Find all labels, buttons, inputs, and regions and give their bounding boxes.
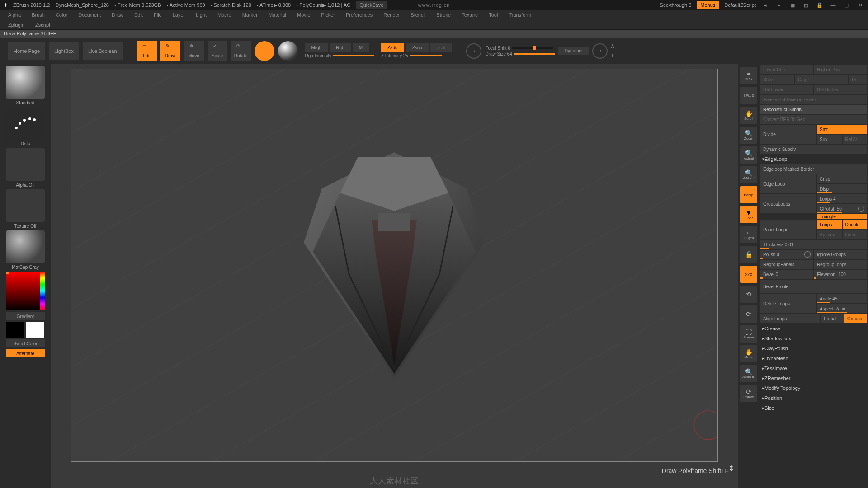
shadowbox-section[interactable]: ShadowBox xyxy=(760,334,867,343)
menu-light[interactable]: Light xyxy=(196,12,207,18)
material-swatch[interactable] xyxy=(6,230,45,263)
menu-file[interactable]: File xyxy=(154,12,162,18)
thickness-slider[interactable]: Thickness 0.01 xyxy=(760,240,867,249)
edgeloop-masked-button[interactable]: Edgeloop Masked Border xyxy=(760,164,867,174)
menus-toggle[interactable]: Menus xyxy=(697,1,719,9)
switchcolor-button[interactable]: SwitchColor xyxy=(6,339,45,347)
rgb-button[interactable]: Rgb xyxy=(330,43,350,52)
move-view-button[interactable]: ✋Move xyxy=(740,345,757,362)
zadd-button[interactable]: Zadd xyxy=(381,43,404,52)
menu-layer[interactable]: Layer xyxy=(173,12,185,18)
crisp-button[interactable]: Crisp xyxy=(817,174,867,183)
menu-movie[interactable]: Movie xyxy=(297,12,310,18)
aspect-ratio-slider[interactable]: Aspect Ratio xyxy=(817,304,867,313)
menu-stencil[interactable]: Stencil xyxy=(410,12,425,18)
bevel-profile[interactable]: Bevel Profile xyxy=(760,280,867,293)
secondary-color[interactable] xyxy=(6,322,24,338)
floor-button[interactable]: ▼Floor xyxy=(740,206,757,223)
d-knob[interactable]: D xyxy=(592,43,608,59)
tessimate-section[interactable]: Tessimate xyxy=(760,364,867,373)
menu-macro[interactable]: Macro xyxy=(217,12,231,18)
bpr-button[interactable]: ●BPR xyxy=(740,67,757,84)
rgb-intensity-slider[interactable]: Rgb Intensity xyxy=(305,53,374,58)
frame-button[interactable]: ⛶Frame xyxy=(740,325,757,343)
loops-slider[interactable]: Loops 4 xyxy=(817,194,867,203)
menu-texture[interactable]: Texture xyxy=(462,12,478,18)
menu-marker[interactable]: Marker xyxy=(242,12,258,18)
home-page-button[interactable]: Home Page xyxy=(8,42,45,60)
reuv-button[interactable]: ReUV xyxy=(843,135,868,144)
zcut-button[interactable]: Zcut xyxy=(430,43,452,52)
menu-transform[interactable]: Transform xyxy=(509,12,531,18)
document-frame[interactable] xyxy=(71,69,718,462)
ignore-groups-button[interactable]: Ignore Groups xyxy=(814,250,867,259)
live-boolean-button[interactable]: Live Boolean xyxy=(83,42,123,60)
regroup-loops-button[interactable]: RegroupLoops xyxy=(814,260,867,269)
del-lower-button[interactable]: Del Lower xyxy=(760,85,813,94)
dynamesh-section[interactable]: DynaMesh xyxy=(760,354,867,363)
bevel-slider[interactable]: Bevel 0 xyxy=(760,270,813,279)
maximize-icon[interactable]: ▢ xyxy=(843,1,851,9)
default-zscript[interactable]: DefaultZScript xyxy=(724,2,756,8)
lightbox-button[interactable]: LightBox xyxy=(49,42,79,60)
menu-color[interactable]: Color xyxy=(56,12,67,18)
append-button[interactable]: Append xyxy=(817,230,842,239)
elevation-slider[interactable]: Elevation -100 xyxy=(814,270,867,279)
canvas-area[interactable]: Draw Polyframe Shift+F 人人素材社区 ⇕ xyxy=(51,64,738,488)
angle-slider[interactable]: Angle 45 xyxy=(817,294,867,303)
arrow-right-icon[interactable]: ▸ xyxy=(775,1,783,9)
modify-topology-section[interactable]: Modify Topology xyxy=(760,384,867,393)
dynamic-subdiv-button[interactable]: Dynamic Subdiv xyxy=(760,145,867,154)
brush-swatch[interactable] xyxy=(6,66,45,99)
delete-loops-button[interactable]: Delete Loops xyxy=(760,294,816,313)
zoom3d-button[interactable]: 🔍Zoom3D xyxy=(740,365,757,382)
y-button[interactable]: ⟲ xyxy=(740,286,757,303)
crease-section[interactable]: Crease xyxy=(760,324,867,333)
menu-draw[interactable]: Draw xyxy=(112,12,123,18)
lock-view-button[interactable]: 🔒 xyxy=(740,246,757,263)
z-button[interactable]: ⟳ xyxy=(740,305,757,323)
menu-brush[interactable]: Brush xyxy=(32,12,45,18)
menu-zscript[interactable]: Zscript xyxy=(35,22,50,28)
alternate-button[interactable]: Alternate xyxy=(6,349,45,357)
disp-slider[interactable]: Disp xyxy=(817,184,867,193)
gpolish-slider[interactable]: GPolish 50 xyxy=(817,204,867,213)
stroke-swatch[interactable] xyxy=(6,107,45,140)
texture-swatch[interactable] xyxy=(6,189,45,222)
hue-bar[interactable] xyxy=(40,272,45,310)
m-button[interactable]: M xyxy=(353,43,369,52)
rotate-mode-button[interactable]: ⟳Rotate xyxy=(231,41,251,61)
menu-material[interactable]: Material xyxy=(269,12,286,18)
lock-icon[interactable]: 🔒 xyxy=(816,1,824,9)
lower-res-button[interactable]: Lower Res xyxy=(760,65,813,74)
menu-edit[interactable]: Edit xyxy=(134,12,143,18)
zremesher-section[interactable]: ZRemesher xyxy=(760,374,867,383)
divide-button[interactable]: Divide xyxy=(760,125,816,144)
groups-button[interactable]: Groups xyxy=(844,314,867,323)
scale-mode-button[interactable]: ⤢Scale xyxy=(208,41,227,61)
groupsloops-button[interactable]: GroupsLoops xyxy=(760,194,816,213)
gradient-button[interactable]: Gradient xyxy=(6,312,45,320)
edge-loop-button[interactable]: Edge Loop xyxy=(760,174,816,193)
layout-a-icon[interactable]: ▦ xyxy=(788,1,797,9)
claypolish-section[interactable]: ClayPolish xyxy=(760,344,867,353)
align-loops-button[interactable]: Align Loops xyxy=(760,314,820,323)
move-mode-button[interactable]: ✥Move xyxy=(184,41,204,61)
position-section[interactable]: Position xyxy=(760,394,867,403)
rstr-button[interactable]: Rstr xyxy=(849,75,867,84)
close-icon[interactable]: ✕ xyxy=(856,1,864,9)
double-button[interactable]: Double xyxy=(843,220,868,229)
edgeloop-section[interactable]: EdgeLoop xyxy=(760,155,867,164)
aahalf-button[interactable]: 🔍AAHalf xyxy=(740,166,757,183)
menu-render[interactable]: Render xyxy=(383,12,400,18)
draw-mode-button[interactable]: ✎Draw xyxy=(160,41,180,61)
color-picker[interactable] xyxy=(6,272,45,310)
arrow-left-icon[interactable]: ◂ xyxy=(761,1,769,9)
dynamic-button[interactable]: Dynamic xyxy=(558,47,589,55)
sculptris-button[interactable] xyxy=(278,41,298,61)
inner-button[interactable]: Inner xyxy=(843,230,868,239)
draw-size-slider[interactable]: Draw Size 64 xyxy=(485,52,554,56)
convert-bpr-button[interactable]: Convert BPR To Geo xyxy=(760,115,867,124)
loops2-button[interactable]: Loops xyxy=(817,220,842,229)
spix-button[interactable]: SPix 3 xyxy=(740,87,757,104)
